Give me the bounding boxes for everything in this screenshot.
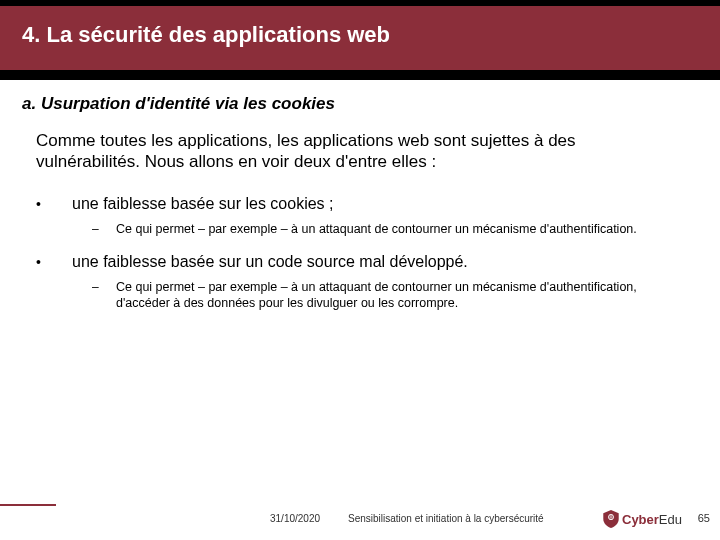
list-item: – Ce qui permet – par exemple – à un att… — [92, 221, 684, 237]
footer-logo: CyberEdu — [603, 510, 682, 528]
shield-icon — [603, 510, 619, 528]
list-item: – Ce qui permet – par exemple – à un att… — [92, 279, 684, 312]
slide-title: 4. La sécurité des applications web — [22, 22, 390, 47]
dash-icon: – — [92, 222, 116, 236]
list-item: • une faiblesse basée sur les cookies ; … — [36, 195, 684, 237]
footer-accent-rule — [0, 504, 56, 506]
slide-title-bar: 4. La sécurité des applications web — [0, 0, 720, 80]
slide-subtitle: a. Usurpation d'identité via les cookies — [22, 94, 698, 114]
sub-list: – Ce qui permet – par exemple – à un att… — [92, 279, 684, 312]
bullet-text: une faiblesse basée sur les cookies ; — [72, 195, 333, 213]
footer-text: Sensibilisation et initiation à la cyber… — [348, 513, 544, 524]
dash-icon: – — [92, 280, 116, 294]
footer-date: 31/10/2020 — [270, 513, 320, 524]
slide-content: a. Usurpation d'identité via les cookies… — [0, 80, 720, 311]
bullet-text: une faiblesse basée sur un code source m… — [72, 253, 468, 271]
sub-bullet-text: Ce qui permet – par exemple – à un attaq… — [116, 279, 684, 312]
sub-list: – Ce qui permet – par exemple – à un att… — [92, 221, 684, 237]
footer-page-number: 65 — [698, 512, 710, 524]
bullet-list: • une faiblesse basée sur les cookies ; … — [36, 195, 684, 312]
sub-bullet-text: Ce qui permet – par exemple – à un attaq… — [116, 221, 637, 237]
list-item: • une faiblesse basée sur un code source… — [36, 253, 684, 312]
intro-paragraph: Comme toutes les applications, les appli… — [36, 130, 684, 173]
bullet-icon: • — [36, 196, 72, 212]
bullet-icon: • — [36, 254, 72, 270]
slide-footer: 31/10/2020 Sensibilisation et initiation… — [0, 502, 720, 530]
footer-brand: CyberEdu — [622, 512, 682, 527]
